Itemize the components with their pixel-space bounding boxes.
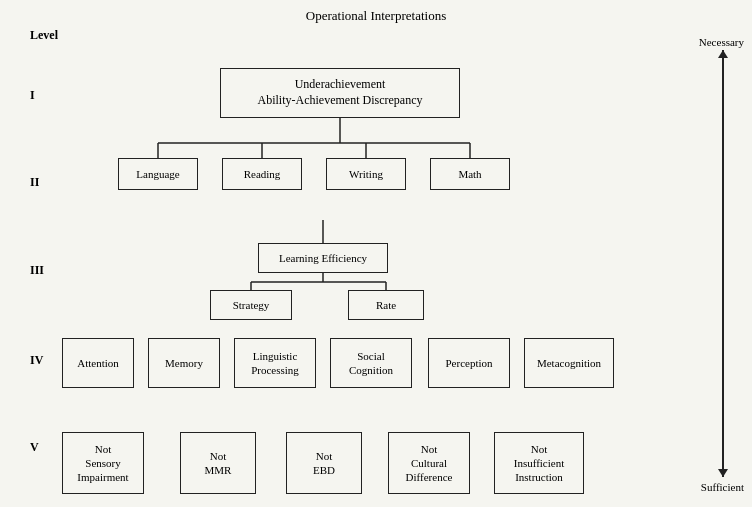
box-strategy: Strategy xyxy=(210,290,292,320)
box-rate: Rate xyxy=(348,290,424,320)
diagram-container: Operational Interpretations Level I II I… xyxy=(0,0,752,507)
box-learning-efficiency: Learning Efficiency xyxy=(258,243,388,273)
box-math: Math xyxy=(430,158,510,190)
box-language: Language xyxy=(118,158,198,190)
necessity-arrow xyxy=(722,50,724,477)
box-linguistic-processing: Linguistic Processing xyxy=(234,338,316,388)
box-perception: Perception xyxy=(428,338,510,388)
box-social-cognition: Social Cognition xyxy=(330,338,412,388)
arrow-label-sufficient: Sufficient xyxy=(701,481,744,493)
box-not-cultural: Not Cultural Difference xyxy=(388,432,470,494)
level-label-IV: IV xyxy=(30,353,43,368)
box-attention: Attention xyxy=(62,338,134,388)
level-label-V: V xyxy=(30,440,39,455)
box-underachievement: Underachievement Ability-Achievement Dis… xyxy=(220,68,460,118)
box-not-insufficient: Not Insufficient Instruction xyxy=(494,432,584,494)
page-title: Operational Interpretations xyxy=(0,8,752,24)
level-label-III: III xyxy=(30,263,44,278)
arrow-label-necessary: Necessary xyxy=(699,36,744,48)
box-not-ebd: Not EBD xyxy=(286,432,362,494)
level-header: Level xyxy=(30,28,58,43)
box-not-sensory: Not Sensory Impairment xyxy=(62,432,144,494)
box-reading: Reading xyxy=(222,158,302,190)
box-metacognition: Metacognition xyxy=(524,338,614,388)
level-label-I: I xyxy=(30,88,35,103)
box-memory: Memory xyxy=(148,338,220,388)
box-not-mmr: Not MMR xyxy=(180,432,256,494)
box-writing: Writing xyxy=(326,158,406,190)
level-label-II: II xyxy=(30,175,39,190)
